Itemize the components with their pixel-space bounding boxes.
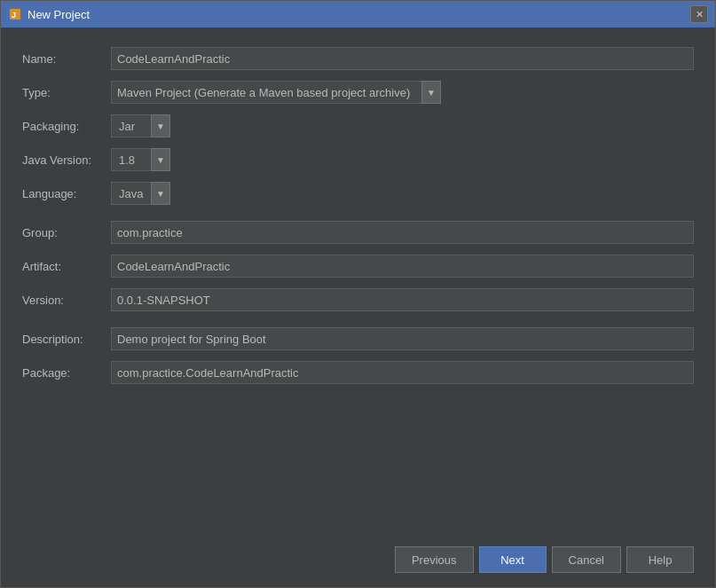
name-row: Name: bbox=[22, 45, 694, 72]
package-row: Package: bbox=[22, 359, 694, 386]
new-project-dialog: J New Project ✕ Name: Type: Maven Projec… bbox=[0, 0, 716, 588]
artifact-row: Artifact: bbox=[22, 253, 694, 279]
previous-button[interactable]: Previous bbox=[395, 546, 474, 573]
svg-text:J: J bbox=[12, 11, 16, 20]
help-button[interactable]: Help bbox=[626, 546, 694, 573]
language-select: Java ▼ bbox=[111, 182, 170, 205]
type-value: Maven Project (Generate a Maven based pr… bbox=[111, 81, 421, 104]
language-row: Language: Java ▼ bbox=[22, 180, 694, 207]
group-row: Group: bbox=[22, 219, 694, 246]
java-version-dropdown-btn[interactable]: ▼ bbox=[151, 148, 170, 171]
group-label: Group: bbox=[22, 226, 111, 239]
packaging-dropdown-btn[interactable]: ▼ bbox=[151, 114, 170, 137]
version-label: Version: bbox=[22, 294, 111, 307]
dialog-icon: J bbox=[8, 7, 22, 21]
description-input[interactable] bbox=[111, 327, 694, 350]
java-version-select: 1.8 ▼ bbox=[111, 148, 170, 171]
packaging-row: Packaging: Jar ▼ bbox=[22, 113, 694, 139]
java-version-label: Java Version: bbox=[22, 153, 111, 167]
packaging-label: Packaging: bbox=[22, 120, 111, 133]
type-dropdown-btn[interactable]: ▼ bbox=[421, 81, 441, 104]
artifact-label: Artifact: bbox=[22, 260, 111, 273]
version-row: Version: bbox=[22, 286, 694, 313]
name-input[interactable] bbox=[111, 47, 694, 70]
artifact-input[interactable] bbox=[111, 255, 694, 278]
type-select: Maven Project (Generate a Maven based pr… bbox=[111, 81, 441, 104]
cancel-button[interactable]: Cancel bbox=[552, 546, 621, 573]
type-row: Type: Maven Project (Generate a Maven ba… bbox=[22, 79, 694, 106]
version-input[interactable] bbox=[111, 288, 694, 311]
packaging-value: Jar bbox=[111, 114, 151, 137]
close-button[interactable]: ✕ bbox=[690, 5, 708, 23]
packaging-select: Jar ▼ bbox=[111, 114, 170, 137]
name-label: Name: bbox=[22, 52, 111, 66]
type-label: Type: bbox=[22, 86, 111, 99]
group-input[interactable] bbox=[111, 221, 694, 244]
language-dropdown-btn[interactable]: ▼ bbox=[151, 182, 170, 205]
dialog-title: New Project bbox=[28, 8, 685, 21]
dialog-content: Name: Type: Maven Project (Generate a Ma… bbox=[1, 27, 715, 587]
description-row: Description: bbox=[22, 325, 694, 352]
package-input[interactable] bbox=[111, 361, 694, 384]
language-value: Java bbox=[111, 182, 151, 205]
package-label: Package: bbox=[22, 366, 111, 380]
java-version-value: 1.8 bbox=[111, 148, 151, 171]
language-label: Language: bbox=[22, 187, 111, 200]
description-label: Description: bbox=[22, 333, 111, 346]
next-button[interactable]: Next bbox=[479, 546, 547, 573]
title-bar: J New Project ✕ bbox=[1, 1, 715, 27]
button-footer: Previous Next Cancel Help bbox=[22, 532, 694, 573]
form-area: Name: Type: Maven Project (Generate a Ma… bbox=[22, 45, 694, 532]
java-version-row: Java Version: 1.8 ▼ bbox=[22, 146, 694, 173]
